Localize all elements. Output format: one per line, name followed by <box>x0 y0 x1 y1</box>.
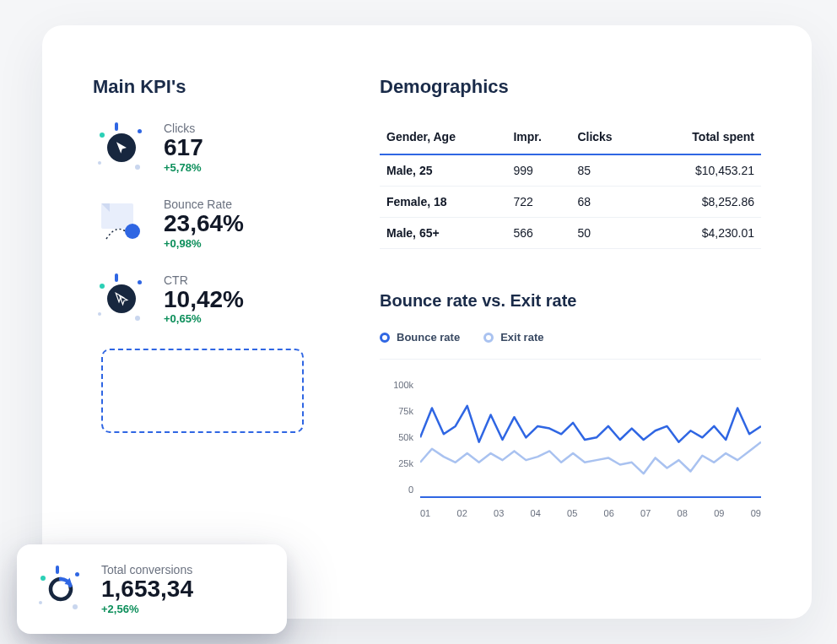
kpi-title: Main KPI's <box>93 76 329 98</box>
kpi-change: +5,78% <box>164 161 203 174</box>
x-tick: 09 <box>751 508 761 518</box>
chart-title: Bounce rate vs. Exit rate <box>380 291 761 311</box>
kpi-change: +0,65% <box>164 312 244 325</box>
col-impressions: Impr. <box>506 122 570 154</box>
table-cell: $4,230.01 <box>645 218 761 249</box>
table-cell: 566 <box>506 218 570 249</box>
conversions-value: 1,653,34 <box>101 576 193 603</box>
y-tick: 75k <box>380 406 413 416</box>
kpi-bounce-rate: Bounce Rate 23,64% +0,98% <box>93 198 329 250</box>
y-axis: 100k75k50k25k0 <box>380 383 413 498</box>
table-cell: $10,453.21 <box>645 154 761 187</box>
col-clicks: Clicks <box>570 122 645 154</box>
x-tick: 07 <box>640 508 651 518</box>
x-tick: 01 <box>420 508 430 518</box>
double-cursor-icon <box>114 291 129 306</box>
demographics-table: Gender, Age Impr. Clicks Total spent Mal… <box>380 122 761 249</box>
table-cell: 50 <box>570 218 645 249</box>
legend-bounce-rate[interactable]: Bounce rate <box>380 331 460 344</box>
demographics-title: Demographics <box>380 76 761 98</box>
legend-label: Exit rate <box>500 331 543 344</box>
chart-line <box>420 442 761 474</box>
table-cell: Female, 18 <box>380 187 506 218</box>
x-tick: 06 <box>604 508 614 518</box>
legend-marker-icon <box>380 333 390 343</box>
kpi-ctr: CTR 10,42% +0,65% <box>93 273 329 326</box>
chart-legend: Bounce rate Exit rate <box>380 331 761 360</box>
cursor-burst-icon <box>96 122 147 173</box>
bounce-icon <box>96 198 147 249</box>
x-tick: 03 <box>494 508 504 518</box>
kpi-clicks: Clicks 617 +5,78% <box>93 122 329 174</box>
x-tick: 09 <box>714 508 724 518</box>
kpi-label: CTR <box>164 273 244 287</box>
legend-label: Bounce rate <box>397 331 460 344</box>
kpi-label: Clicks <box>164 122 203 135</box>
table-cell: 722 <box>506 187 570 218</box>
table-row: Male, 65+56650$4,230.01 <box>380 218 761 249</box>
y-tick: 50k <box>380 432 413 442</box>
y-tick: 100k <box>380 380 413 390</box>
x-tick: 02 <box>457 508 467 518</box>
legend-marker-icon <box>483 333 494 343</box>
y-tick: 0 <box>380 484 413 495</box>
table-cell: $8,252.86 <box>645 187 761 218</box>
total-conversions-card[interactable]: Total conversions 1,653,34 +2,56% <box>17 544 287 634</box>
refresh-burst-icon <box>37 566 84 613</box>
kpi-change: +0,98% <box>164 237 244 250</box>
table-cell: 999 <box>506 154 570 187</box>
double-cursor-burst-icon <box>96 273 147 324</box>
legend-exit-rate[interactable]: Exit rate <box>483 331 543 344</box>
table-row: Male, 2599985$10,453.21 <box>380 154 761 187</box>
chart-area: 100k75k50k25k0 01020304050607080909 <box>380 383 761 518</box>
x-tick: 04 <box>531 508 541 518</box>
col-total-spent: Total spent <box>645 122 761 154</box>
conversions-change: +2,56% <box>101 603 193 615</box>
kpi-label: Bounce Rate <box>164 198 244 211</box>
drop-zone-placeholder[interactable] <box>101 349 304 433</box>
dashboard-card: Main KPI's Clicks 617 +5,78% <box>42 25 812 619</box>
kpi-value: 23,64% <box>164 211 244 237</box>
table-cell: Male, 25 <box>380 154 506 187</box>
x-axis: 01020304050607080909 <box>420 508 761 518</box>
chart-line <box>420 406 761 442</box>
x-tick: 05 <box>567 508 577 518</box>
col-gender-age: Gender, Age <box>380 122 506 154</box>
kpi-value: 10,42% <box>164 287 244 313</box>
table-cell: 68 <box>570 187 645 218</box>
kpi-value: 617 <box>164 135 203 161</box>
right-panel: Demographics Gender, Age Impr. Clicks To… <box>380 76 761 576</box>
kpi-panel: Main KPI's Clicks 617 +5,78% <box>93 76 329 576</box>
table-cell: Male, 65+ <box>380 218 506 249</box>
cursor-icon <box>114 140 129 155</box>
x-tick: 08 <box>678 508 688 518</box>
refresh-icon <box>46 574 76 604</box>
table-row: Female, 1872268$8,252.86 <box>380 187 761 218</box>
line-chart-svg <box>420 383 761 496</box>
table-cell: 85 <box>570 154 645 187</box>
y-tick: 25k <box>380 458 413 468</box>
plot-area <box>420 383 761 498</box>
conversions-label: Total conversions <box>101 563 193 576</box>
